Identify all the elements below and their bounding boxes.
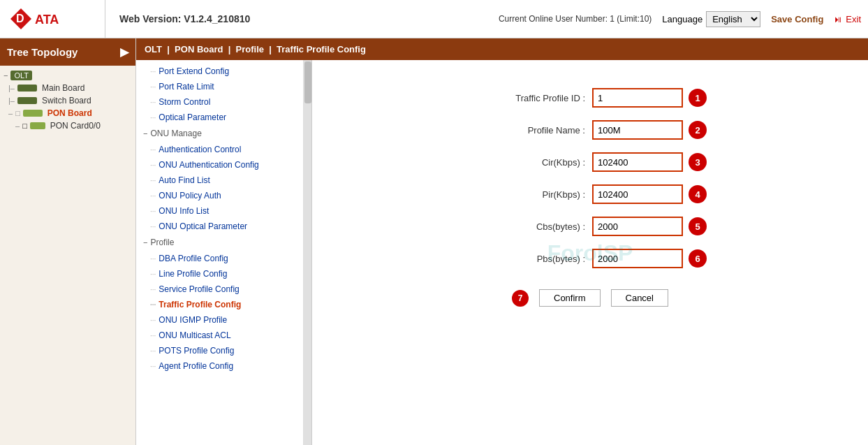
field-input-wrap-3: 3 [592, 152, 707, 172]
sidebar-header: Tree Topology ▶ [0, 38, 135, 66]
nav-group-profile: − Profile [136, 234, 303, 251]
svg-text:D: D [16, 13, 24, 24]
nav-onu-optical-parameter[interactable]: ··· ONU Optical Parameter [136, 219, 303, 234]
nav-onu-igmp-profile[interactable]: ··· ONU IGMP Profile [136, 312, 303, 328]
field-input-pir[interactable] [592, 184, 683, 204]
nav-authentication-control[interactable]: ··· Authentication Control [136, 142, 303, 157]
content-body: ··· Port Extend Config ··· Port Rate Lim… [136, 60, 868, 445]
nav-port-rate-limit[interactable]: ··· Port Rate Limit [136, 79, 303, 94]
step-badge-6: 6 [689, 249, 707, 268]
field-input-cbs[interactable] [592, 217, 683, 236]
content-area: OLT | PON Board | Profile | Traffic Prof… [136, 38, 868, 445]
field-input-profile-name[interactable] [592, 120, 683, 140]
exit-button[interactable]: ⏯ Exit [834, 14, 861, 24]
tree-item-pon-card[interactable]: – □ PON Card0/0 [0, 119, 135, 132]
header-right: Current Online User Number: 1 (Limit:10)… [499, 11, 861, 27]
nav-onu-multicast-acl[interactable]: ··· ONU Multicast ACL [136, 328, 303, 343]
field-input-wrap-1: 1 [592, 88, 707, 108]
confirm-button[interactable]: Confirm [539, 289, 601, 307]
language-dropdown[interactable]: English Chinese [706, 11, 760, 27]
field-label-cir: Cir(Kbps) : [473, 157, 585, 168]
scroll-bar[interactable] [304, 60, 312, 445]
sidebar-title: Tree Topology [7, 46, 78, 58]
svg-text:ATA: ATA [35, 13, 59, 27]
field-input-wrap-4: 4 [592, 184, 707, 204]
step-badge-1: 1 [689, 89, 707, 107]
field-input-traffic-profile-id[interactable] [592, 88, 683, 108]
nav-onu-policy-auth[interactable]: ··· ONU Policy Auth [136, 188, 303, 203]
nav-port-extend-config[interactable]: ··· Port Extend Config [136, 64, 303, 79]
header: D ATA Web Version: V1.2.4_210810 Current… [0, 0, 868, 38]
main-layout: Tree Topology ▶ − OLT |– Main Board |– S… [0, 38, 868, 445]
breadcrumb: OLT | PON Board | Profile | Traffic Prof… [136, 38, 868, 60]
step-badge-2: 2 [689, 121, 707, 139]
field-input-wrap-5: 5 [592, 217, 707, 236]
step-badge-5: 5 [689, 217, 707, 235]
field-input-cir[interactable] [592, 152, 683, 172]
nav-group-onu-manage: − ONU Manage [136, 125, 303, 142]
nav-onu-info-list[interactable]: ··· ONU Info List [136, 203, 303, 219]
tree-item-switch-board[interactable]: |– Switch Board [0, 94, 135, 107]
field-input-pbs[interactable] [592, 249, 683, 268]
nav-service-profile-config[interactable]: ··· Service Profile Config [136, 282, 303, 297]
form-panel: ForolSP Traffic Profile ID : 1 Profile N… [312, 60, 868, 445]
button-row: 7 Confirm Cancel [326, 289, 854, 307]
form-row-cir: Cir(Kbps) : 3 [326, 152, 854, 172]
nav-auto-find-list[interactable]: ··· Auto Find List [136, 173, 303, 188]
online-status: Current Online User Number: 1 (Limit:10) [499, 14, 652, 24]
nav-dba-profile-config[interactable]: ··· DBA Profile Config [136, 251, 303, 266]
sidebar: Tree Topology ▶ − OLT |– Main Board |– S… [0, 38, 136, 445]
form-row-pbs: Pbs(bytes) : 6 [326, 249, 854, 268]
tree-item-main-board[interactable]: |– Main Board [0, 82, 135, 94]
nav-optical-parameter[interactable]: ··· Optical Parameter [136, 110, 303, 125]
nav-traffic-profile-config[interactable]: ··· Traffic Profile Config [136, 297, 303, 312]
form-row-profile-name: Profile Name : 2 [326, 120, 854, 140]
tree-item-pon-board[interactable]: – □ PON Board [0, 107, 135, 119]
tree-item-olt[interactable]: − OLT [0, 69, 135, 82]
language-selector: Language English Chinese [662, 11, 760, 27]
nav-line-profile-config[interactable]: ··· Line Profile Config [136, 266, 303, 282]
field-label-pir: Pir(Kbps) : [473, 189, 585, 200]
nav-storm-control[interactable]: ··· Storm Control [136, 94, 303, 110]
version-label: Web Version: V1.2.4_210810 [119, 13, 499, 24]
field-input-wrap-2: 2 [592, 120, 707, 140]
save-config-link[interactable]: Save Config [771, 14, 823, 24]
sidebar-toggle[interactable]: ▶ [120, 45, 128, 59]
confirm-step-badge: 7 [512, 290, 529, 307]
form-row-pir: Pir(Kbps) : 4 [326, 184, 854, 204]
field-label-cbs: Cbs(bytes) : [473, 221, 585, 232]
left-nav: ··· Port Extend Config ··· Port Rate Lim… [136, 60, 304, 445]
form-row-traffic-profile-id: Traffic Profile ID : 1 [326, 88, 854, 108]
form-row-cbs: Cbs(bytes) : 5 [326, 217, 854, 236]
step-badge-4: 4 [689, 185, 707, 203]
step-badge-3: 3 [689, 153, 707, 171]
nav-onu-auth-config[interactable]: ··· ONU Authentication Config [136, 157, 303, 173]
field-label-pbs: Pbs(bytes) : [473, 254, 585, 264]
field-label-traffic-profile-id: Traffic Profile ID : [473, 93, 585, 103]
cancel-button[interactable]: Cancel [611, 289, 668, 307]
nav-pots-profile-config[interactable]: ··· POTS Profile Config [136, 343, 303, 358]
logo: D ATA [7, 5, 91, 33]
sidebar-tree: − OLT |– Main Board |– Switch Board – □ … [0, 66, 135, 136]
field-label-profile-name: Profile Name : [473, 125, 585, 136]
field-input-wrap-6: 6 [592, 249, 707, 268]
logo-area: D ATA [7, 0, 105, 38]
nav-agent-profile-config[interactable]: ··· Agent Profile Config [136, 358, 303, 374]
